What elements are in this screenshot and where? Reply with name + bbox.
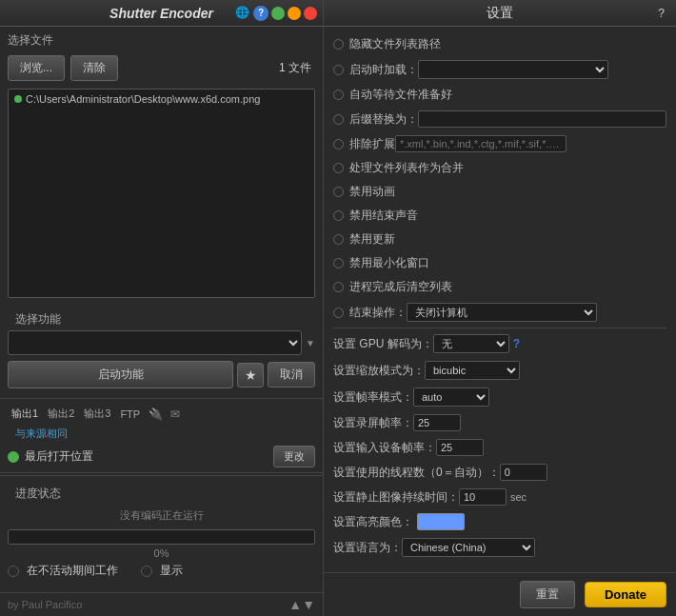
dropdown-end-action[interactable]: 关闭计算机	[407, 303, 597, 322]
display-label: 显示	[160, 563, 183, 579]
gpu-help-icon[interactable]: ?	[513, 337, 520, 350]
last-position-radio[interactable]	[8, 451, 19, 463]
label-disable-anim: 禁用动画	[349, 184, 395, 200]
row-frame-mode: 设置帧率模式： auto	[333, 384, 666, 410]
inactive-work-radio[interactable]	[8, 566, 19, 577]
dropdown-load-start[interactable]	[418, 60, 608, 79]
label-still-duration: 设置静止图像持续时间：	[333, 489, 459, 506]
dropdown-frame-mode[interactable]: auto	[413, 387, 489, 407]
row-still-duration: 设置静止图像持续时间： sec	[333, 485, 666, 509]
row-auto-wait: 自动等待文件准备好	[333, 83, 666, 107]
input-record-fps[interactable]	[413, 414, 461, 431]
radio-hide-path[interactable]	[333, 39, 344, 50]
settings-content: 隐藏文件列表路径 启动时加载： 自动等待文件准备好 后缀替换为： 排除扩展	[324, 27, 676, 572]
clear-button[interactable]: 清除	[70, 55, 118, 81]
row-language: 设置语言为： Chinese (China)	[333, 534, 666, 561]
radio-disable-sound[interactable]	[333, 210, 344, 221]
row-disable-anim: 禁用动画	[333, 180, 666, 204]
progress-options: 在不活动期间工作 显示	[8, 559, 315, 583]
tab-output2[interactable]: 输出2	[44, 405, 78, 423]
cancel-button[interactable]: 取消	[268, 362, 315, 387]
label-load-start: 启动时加载：	[349, 62, 418, 78]
radio-disable-update[interactable]	[333, 234, 344, 245]
minimize-btn-left[interactable]	[271, 7, 285, 20]
tab-ftp[interactable]: FTP	[116, 407, 144, 422]
label-gpu: 设置 GPU 解码为：	[333, 336, 433, 352]
radio-load-start[interactable]	[333, 65, 344, 75]
row-disable-minimize: 禁用最小化窗口	[333, 251, 666, 275]
radio-auto-wait[interactable]	[333, 89, 344, 100]
row-exclude-ext: 排除扩展	[333, 131, 666, 156]
bottom-bar-left: by Paul Pacifico ▲▼	[0, 592, 323, 616]
title-controls-right: ?	[658, 7, 670, 20]
last-position-row: 最后打开位置 更改	[0, 443, 323, 470]
start-cancel-row: 启动功能 ★ 取消	[8, 361, 315, 388]
tab-icon-we[interactable]: 🔌	[146, 406, 166, 423]
label-record-fps: 设置录屏帧率：	[333, 415, 413, 431]
row-input-fps: 设置输入设备帧率：	[333, 435, 666, 460]
row-end-action: 结束操作： 关闭计算机	[333, 299, 666, 326]
tab-output3[interactable]: 输出3	[80, 405, 114, 423]
input-threads[interactable]	[500, 464, 547, 481]
label-hide-path: 隐藏文件列表路径	[349, 36, 441, 52]
author-text: by Paul Pacifico	[8, 599, 82, 610]
radio-end-action[interactable]	[333, 308, 344, 318]
globe-icon[interactable]: 🌐	[235, 6, 250, 21]
row-record-fps: 设置录屏帧率：	[333, 410, 666, 435]
label-replace-with: 后缀替换为：	[349, 111, 418, 128]
close-btn-left[interactable]	[304, 7, 317, 20]
label-treat-merge: 处理文件列表作为合并	[349, 160, 464, 176]
change-button[interactable]: 更改	[273, 446, 315, 467]
no-encoding-text: 没有编码正在运行	[8, 505, 315, 527]
label-scale: 设置缩放模式为：	[333, 363, 425, 379]
input-replace-with[interactable]	[418, 110, 666, 128]
label-disable-minimize: 禁用最小化窗口	[349, 255, 429, 271]
input-still-duration[interactable]	[459, 488, 507, 506]
function-dropdown-row: ▼	[8, 330, 315, 355]
display-radio[interactable]	[141, 566, 152, 577]
select-file-label: 选择文件	[0, 27, 323, 51]
label-clear-after: 进程完成后清空列表	[349, 279, 452, 295]
row-disable-sound: 禁用结束声音	[333, 204, 666, 228]
dropdown-gpu[interactable]: 无	[433, 334, 509, 353]
progress-bar-container	[8, 529, 315, 545]
nav-arrows[interactable]: ▲▼	[288, 597, 315, 612]
footer-bar-right: 重置 Donate	[324, 572, 676, 616]
reset-button[interactable]: 重置	[520, 581, 575, 608]
dropdown-arrow: ▼	[306, 338, 315, 348]
label-language: 设置语言为：	[333, 540, 402, 556]
radio-clear-after[interactable]	[333, 282, 344, 292]
radio-exclude-ext[interactable]	[333, 139, 344, 149]
tab-output1[interactable]: 输出1	[8, 405, 42, 423]
start-button[interactable]: 启动功能	[8, 361, 233, 388]
file-list-area[interactable]: C:\Users\Administrator\Desktop\www.x6d.c…	[8, 89, 315, 298]
maximize-btn-left[interactable]	[288, 7, 301, 20]
source-same-link[interactable]: 与来源相同	[8, 426, 75, 441]
row-disable-update: 禁用更新	[333, 228, 666, 251]
row-highlight-color: 设置高亮颜色：	[333, 509, 666, 534]
star-button[interactable]: ★	[237, 363, 264, 387]
label-exclude-ext: 排除扩展	[349, 136, 395, 152]
row-replace-with: 后缀替换为：	[333, 107, 666, 131]
row-load-start: 启动时加载：	[333, 56, 666, 83]
color-picker[interactable]	[417, 513, 465, 530]
label-disable-update: 禁用更新	[349, 231, 395, 248]
still-unit: sec	[510, 491, 527, 503]
help-icon-left[interactable]: ?	[253, 6, 268, 21]
radio-disable-minimize[interactable]	[333, 258, 344, 268]
label-disable-sound: 禁用结束声音	[349, 208, 418, 224]
function-dropdown[interactable]	[8, 330, 302, 355]
dropdown-language[interactable]: Chinese (China)	[402, 538, 535, 557]
right-panel: 设置 ? 隐藏文件列表路径 启动时加载： 自动等待文件准备好	[324, 0, 676, 616]
radio-treat-merge[interactable]	[333, 163, 344, 173]
source-same-row: 与来源相同	[0, 425, 323, 443]
input-exclude-ext[interactable]	[395, 135, 567, 152]
tab-icon-mail[interactable]: ✉	[168, 406, 183, 423]
radio-replace-with[interactable]	[333, 114, 344, 125]
radio-disable-anim[interactable]	[333, 187, 344, 197]
dropdown-scale[interactable]: bicubic	[425, 361, 520, 380]
input-input-fps[interactable]	[436, 439, 484, 456]
donate-button[interactable]: Donate	[585, 582, 666, 607]
help-icon-right[interactable]: ?	[658, 7, 665, 20]
browse-button[interactable]: 浏览...	[8, 55, 65, 81]
